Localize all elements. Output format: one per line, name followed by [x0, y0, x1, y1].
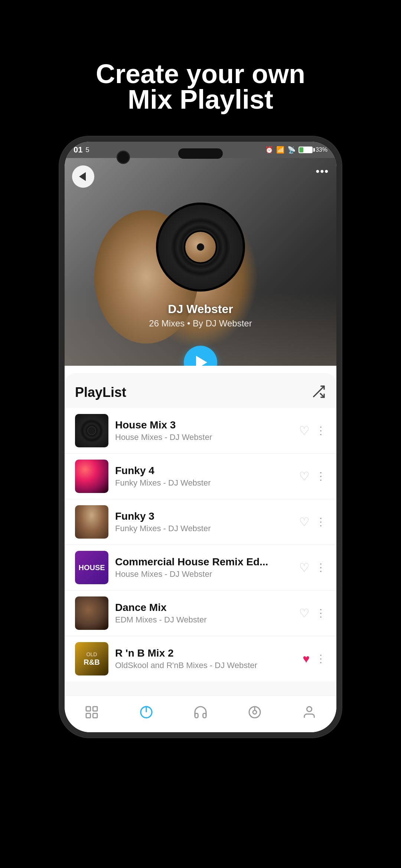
volume-up-button[interactable]: [59, 216, 63, 242]
nav-item-playlist[interactable]: [240, 701, 270, 723]
more-button[interactable]: ⋮: [316, 471, 326, 481]
more-button[interactable]: ⋮: [316, 425, 326, 436]
track-info: Commercial House Remix Ed... House Mixes…: [115, 556, 292, 579]
back-button[interactable]: [72, 165, 94, 188]
bottom-navigation: [65, 695, 336, 732]
notification-badge: 5: [85, 146, 89, 154]
dj-info: DJ Webster 26 Mixes • By DJ Webster: [65, 302, 336, 329]
more-button[interactable]: ⋮: [316, 562, 326, 573]
back-chevron-icon: [79, 172, 86, 181]
track-name: Funky 4: [115, 465, 292, 477]
nav-item-profile[interactable]: [294, 701, 324, 723]
track-info: R 'n B Mix 2 OldSkool and R'nB Mixes - D…: [115, 647, 296, 670]
nav-item-headphones[interactable]: [186, 701, 215, 723]
svg-rect-2: [86, 707, 91, 711]
track-item[interactable]: Dance Mix EDM Mixes - DJ Webster ♡ ⋮: [65, 591, 336, 636]
library-icon: [84, 705, 99, 720]
nav-item-library[interactable]: [77, 701, 107, 723]
vinyl-record: [156, 203, 245, 292]
like-button[interactable]: ♡: [299, 560, 310, 575]
track-artist: EDM Mixes - DJ Webster: [115, 615, 292, 625]
svg-rect-4: [86, 713, 91, 718]
track-info: Dance Mix EDM Mixes - DJ Webster: [115, 602, 292, 625]
profile-icon: [302, 705, 317, 720]
playlist-title: PlayList: [75, 385, 126, 400]
more-button[interactable]: ⋮: [316, 517, 326, 527]
vinyl-center-image: [184, 230, 217, 264]
nav-item-power[interactable]: [131, 701, 161, 723]
track-actions: ♡ ⋮: [299, 469, 326, 483]
track-name: Dance Mix: [115, 602, 292, 614]
svg-rect-5: [93, 713, 98, 718]
track-thumbnail: [75, 505, 108, 539]
track-thumbnail: [75, 460, 108, 493]
like-button[interactable]: ♡: [299, 469, 310, 483]
track-name: House Mix 3: [115, 419, 292, 431]
track-actions: ♡ ⋮: [299, 560, 326, 575]
play-icon: [196, 356, 207, 366]
battery-fill: [299, 147, 303, 152]
track-info: Funky 3 Funky Mixes - DJ Webster: [115, 510, 292, 533]
playlist-icon: [247, 705, 262, 720]
battery-indicator: [299, 147, 313, 153]
status-bar: 01 5 ⏰ 📶 📡 33%: [65, 142, 336, 158]
more-options-button[interactable]: •••: [316, 165, 329, 177]
alarm-icon: ⏰: [265, 146, 273, 154]
track-artist: House Mixes - DJ Webster: [115, 433, 292, 442]
track-item[interactable]: Funky 4 Funky Mixes - DJ Webster ♡ ⋮: [65, 454, 336, 499]
track-name: R 'n B Mix 2: [115, 647, 296, 659]
track-thumbnail: OLD R&B: [75, 642, 108, 675]
wifi-icon: 📶: [276, 146, 284, 154]
track-name: Funky 3: [115, 510, 292, 522]
like-button[interactable]: ♡: [299, 606, 310, 620]
page-headline: Create your own Mix Playlist: [51, 30, 350, 114]
track-info: Funky 4 Funky Mixes - DJ Webster: [115, 465, 292, 488]
track-item[interactable]: Funky 3 Funky Mixes - DJ Webster ♡ ⋮: [65, 499, 336, 545]
signal-icon: 📡: [287, 146, 296, 154]
play-button-container: [184, 346, 217, 366]
track-actions: ♡ ⋮: [299, 515, 326, 529]
track-name: Commercial House Remix Ed...: [115, 556, 292, 568]
track-actions: ♥ ⋮: [303, 652, 326, 666]
track-info: House Mix 3 House Mixes - DJ Webster: [115, 419, 292, 442]
dj-name: DJ Webster: [65, 302, 336, 316]
shuffle-button[interactable]: [311, 384, 326, 401]
status-icons: ⏰ 📶 📡 33%: [265, 146, 327, 154]
battery-percent: 33%: [316, 147, 327, 153]
headphones-icon: [193, 705, 208, 720]
svg-point-9: [253, 710, 257, 714]
more-button[interactable]: ⋮: [316, 654, 326, 664]
track-thumbnail: HOUSE: [75, 551, 108, 584]
track-item[interactable]: OLD R&B R 'n B Mix 2 OldSkool and R'nB M…: [65, 636, 336, 681]
play-button[interactable]: [184, 346, 217, 366]
track-item[interactable]: HOUSE Commercial House Remix Ed... House…: [65, 545, 336, 591]
playlist-section[interactable]: PlayList House Mix 3 House Mixes - DJ We…: [65, 373, 336, 695]
hero-section: ••• DJ Webster 26 Mixes • By DJ Webster: [65, 158, 336, 366]
track-actions: ♡ ⋮: [299, 424, 326, 438]
power-button[interactable]: [338, 234, 342, 268]
track-artist: House Mixes - DJ Webster: [115, 569, 292, 579]
like-button[interactable]: ♡: [299, 515, 310, 529]
track-item[interactable]: House Mix 3 House Mixes - DJ Webster ♡ ⋮: [65, 408, 336, 454]
playlist-header: PlayList: [65, 373, 336, 408]
vinyl-hole: [197, 243, 204, 251]
phone-device: 01 5 ⏰ 📶 📡 33% •••: [59, 137, 342, 737]
status-time: 01: [74, 145, 82, 155]
headline-line2: Mix Playlist: [74, 85, 327, 114]
like-button[interactable]: ♡: [299, 424, 310, 438]
like-button[interactable]: ♥: [303, 652, 310, 666]
track-thumbnail: [75, 596, 108, 630]
shuffle-icon: [311, 384, 326, 399]
track-thumbnail: [75, 414, 108, 447]
vinyl-disc: [156, 203, 245, 292]
track-artist: Funky Mixes - DJ Webster: [115, 478, 292, 488]
svg-rect-3: [93, 707, 98, 711]
track-artist: Funky Mixes - DJ Webster: [115, 524, 292, 533]
dj-meta: 26 Mixes • By DJ Webster: [65, 318, 336, 329]
phone-screen: 01 5 ⏰ 📶 📡 33% •••: [65, 142, 336, 732]
volume-down-button[interactable]: [59, 249, 63, 275]
more-button[interactable]: ⋮: [316, 608, 326, 618]
track-actions: ♡ ⋮: [299, 606, 326, 620]
track-artist: OldSkool and R'nB Mixes - DJ Webster: [115, 661, 296, 670]
svg-point-11: [307, 707, 312, 711]
